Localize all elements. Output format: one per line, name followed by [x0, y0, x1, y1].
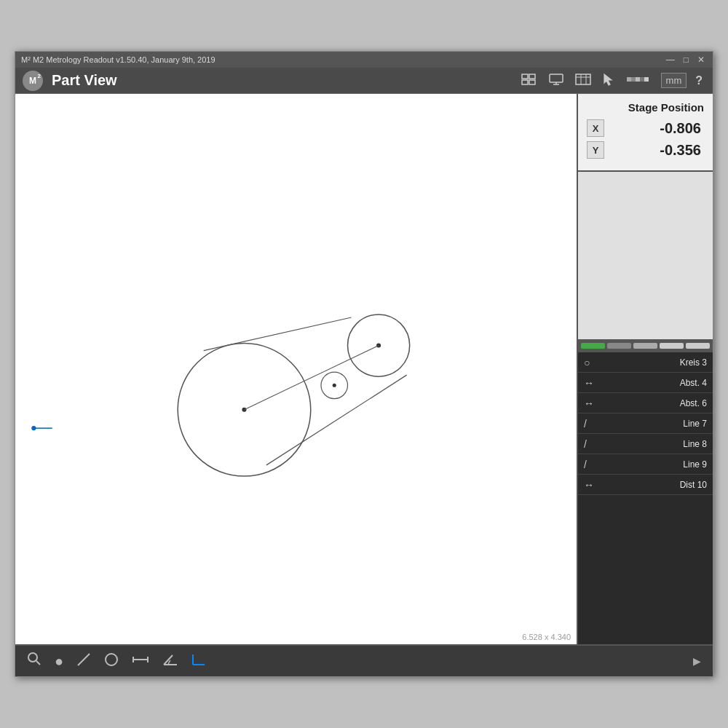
svg-point-22 — [333, 384, 336, 387]
scale-icon[interactable] — [623, 73, 655, 88]
right-panel: Stage Position X -0.806 Y -0.356 — [578, 94, 713, 644]
svg-rect-7 — [576, 74, 590, 84]
svg-rect-4 — [550, 74, 563, 82]
measurement-item[interactable]: ○Kreis 3 — [578, 352, 713, 373]
svg-marker-11 — [604, 74, 612, 85]
measurement-icon: / — [584, 459, 600, 470]
help-icon[interactable]: ? — [692, 73, 705, 89]
measurement-label: Line 9 — [600, 459, 707, 470]
measurement-label: Line 8 — [600, 439, 707, 449]
measurement-item[interactable]: /Line 8 — [578, 434, 713, 454]
svg-rect-3 — [529, 80, 535, 84]
measurement-item[interactable]: ↔Abst. 4 — [578, 373, 713, 393]
progress-gray2 — [633, 343, 657, 349]
title-bar: M² M2 Metrology Readout v1.50.40, Januar… — [15, 52, 713, 68]
bottom-bar: ● — [15, 644, 713, 676]
tool-corner[interactable] — [191, 653, 206, 670]
progress-gray1 — [607, 343, 631, 349]
measurement-icon: / — [584, 438, 600, 450]
maximize-button[interactable]: □ — [681, 55, 691, 65]
progress-green — [581, 343, 605, 349]
panel-progress — [578, 339, 713, 352]
measurement-icon: ↔ — [584, 377, 600, 389]
monitor-icon[interactable] — [546, 72, 566, 89]
measurement-item[interactable]: ↔Abst. 6 — [578, 393, 713, 414]
measurement-label: Abst. 6 — [600, 398, 707, 408]
measurement-label: Kreis 3 — [600, 357, 707, 368]
stage-graph-area — [578, 172, 713, 339]
table-icon[interactable] — [572, 72, 594, 89]
svg-point-28 — [28, 653, 37, 662]
svg-line-29 — [36, 661, 40, 665]
measurement-label: Dist 10 — [600, 480, 707, 490]
y-axis-button[interactable]: Y — [587, 141, 604, 159]
app-logo: M2 — [23, 71, 43, 91]
page-title: Part View — [52, 72, 510, 89]
tool-line[interactable] — [76, 652, 91, 670]
tool-distance[interactable] — [132, 654, 149, 669]
svg-rect-2 — [522, 80, 528, 84]
cursor-icon[interactable] — [600, 71, 617, 90]
svg-rect-16 — [644, 77, 649, 82]
x-axis-button[interactable]: X — [587, 119, 604, 137]
y-position-row: Y -0.356 — [587, 141, 704, 159]
measurement-icon: ↔ — [584, 397, 600, 409]
svg-point-31 — [106, 654, 117, 665]
measurement-label: Line 7 — [600, 419, 707, 429]
measurement-icon: ○ — [584, 357, 600, 368]
measurements-list: ○Kreis 3↔Abst. 4↔Abst. 6/Line 7/Line 8/L… — [578, 352, 713, 644]
tool-circle[interactable] — [104, 652, 119, 670]
measurement-item[interactable]: /Line 9 — [578, 454, 713, 475]
canvas-svg — [15, 94, 577, 644]
menu-bar: M2 Part View — [15, 68, 713, 94]
svg-rect-15 — [640, 77, 644, 82]
svg-rect-13 — [631, 77, 636, 82]
x-position-row: X -0.806 — [587, 119, 704, 137]
main-window: M² M2 Metrology Readout v1.50.40, Januar… — [15, 51, 713, 677]
svg-line-23 — [204, 317, 352, 351]
window-title: M² M2 Metrology Readout v1.50.40, Januar… — [21, 55, 215, 64]
tool-angle[interactable] — [162, 653, 178, 670]
close-button[interactable]: ✕ — [695, 55, 707, 65]
svg-rect-14 — [636, 77, 640, 82]
window-controls: — □ ✕ — [664, 55, 707, 65]
svg-rect-1 — [529, 74, 535, 79]
svg-rect-0 — [522, 74, 528, 79]
tool-point[interactable]: ● — [55, 653, 63, 670]
main-canvas[interactable]: 6.528 x 4.340 — [15, 94, 578, 644]
stage-position-title: Stage Position — [587, 101, 704, 114]
svg-line-30 — [78, 654, 90, 665]
scroll-right-arrow[interactable]: ▶ — [693, 655, 701, 667]
y-axis-value: -0.356 — [604, 142, 704, 159]
measurement-item[interactable]: ↔Dist 10 — [578, 475, 713, 495]
content-area: 6.528 x 4.340 Stage Position X -0.806 Y … — [15, 94, 713, 644]
grid-icon[interactable] — [518, 72, 540, 89]
tool-search[interactable] — [27, 652, 41, 670]
measurement-item[interactable]: /Line 7 — [578, 414, 713, 434]
x-axis-value: -0.806 — [604, 120, 704, 137]
measurement-icon: / — [584, 418, 600, 430]
coord-display: 6.528 x 4.340 — [522, 633, 571, 641]
unit-display: mm — [661, 73, 687, 88]
stage-position-panel: Stage Position X -0.806 Y -0.356 — [578, 94, 713, 172]
svg-rect-12 — [627, 77, 631, 82]
toolbar-icons: mm ? — [518, 71, 705, 90]
measurement-icon: ↔ — [584, 479, 600, 491]
measurement-label: Abst. 4 — [600, 378, 707, 388]
progress-light — [660, 343, 684, 349]
svg-line-24 — [266, 375, 407, 465]
svg-line-25 — [244, 346, 379, 410]
progress-light2 — [686, 343, 710, 349]
minimize-button[interactable]: — — [664, 55, 677, 65]
